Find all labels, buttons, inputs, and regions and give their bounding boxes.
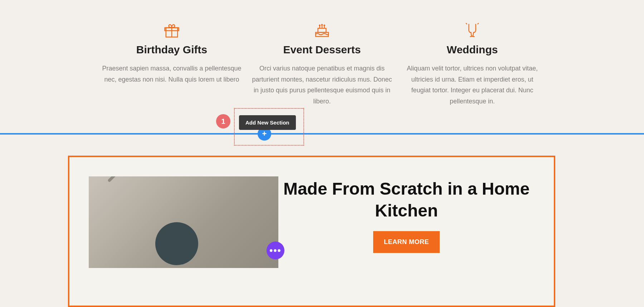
feature-title: Event Desserts xyxy=(250,44,394,56)
add-section-tooltip: Add New Section xyxy=(239,115,296,130)
gift-icon xyxy=(100,21,243,39)
learn-more-button[interactable]: LEARN MORE xyxy=(373,231,440,253)
svg-line-11 xyxy=(466,23,467,24)
plus-icon: + xyxy=(262,129,267,138)
feature-desc: Orci varius natoque penatibus et magnis … xyxy=(250,63,394,107)
hero-inner: Made From Scratch in a Home Kitchen LEAR… xyxy=(69,157,554,306)
svg-point-9 xyxy=(322,24,322,25)
svg-rect-4 xyxy=(318,28,326,32)
feature-desserts: Event Desserts Orci varius natoque penat… xyxy=(250,21,394,107)
hero-text-col: Made From Scratch in a Home Kitchen LEAR… xyxy=(278,176,535,306)
feature-title: Birthday Gifts xyxy=(100,44,243,56)
feature-desc: Aliquam velit tortor, ultrices non volut… xyxy=(401,63,544,107)
feature-desc: Praesent sapien massa, convallis a pelle… xyxy=(100,63,243,85)
section-divider xyxy=(0,133,644,135)
hero-image[interactable] xyxy=(89,176,278,268)
svg-point-8 xyxy=(319,25,320,26)
feature-weddings: Weddings Aliquam velit tortor, ultrices … xyxy=(401,21,544,107)
cake-icon xyxy=(250,21,394,39)
svg-point-10 xyxy=(324,25,325,26)
more-options-fab[interactable]: ••• xyxy=(267,242,284,259)
feature-title: Weddings xyxy=(401,44,544,56)
hero-section[interactable]: Made From Scratch in a Home Kitchen LEAR… xyxy=(68,156,555,307)
dots-icon: ••• xyxy=(269,245,281,256)
features-row: Birthday Gifts Praesent sapien massa, co… xyxy=(0,0,644,107)
cheers-icon xyxy=(401,21,544,39)
feature-birthday: Birthday Gifts Praesent sapien massa, co… xyxy=(100,21,243,107)
step-badge: 1 xyxy=(216,114,230,128)
hero-heading: Made From Scratch in a Home Kitchen xyxy=(278,178,535,222)
svg-line-12 xyxy=(478,23,479,24)
